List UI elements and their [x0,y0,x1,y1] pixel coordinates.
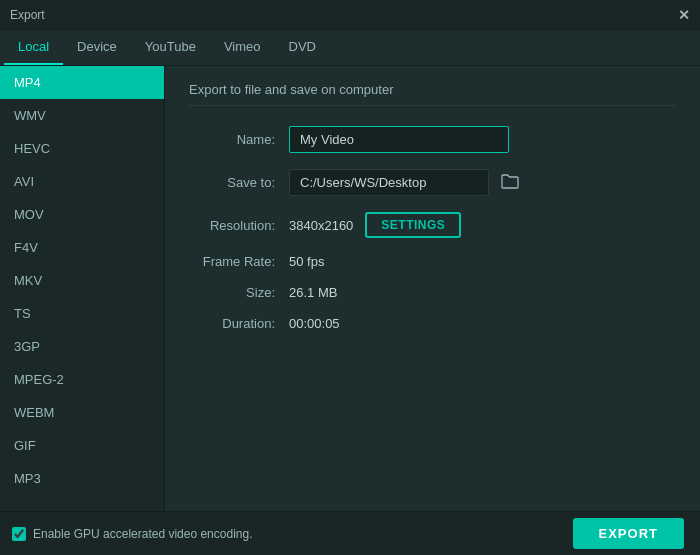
name-label: Name: [189,132,289,147]
name-input[interactable] [289,126,509,153]
tab-local[interactable]: Local [4,30,63,65]
sidebar-item-mov[interactable]: MOV [0,198,164,231]
tab-vimeo[interactable]: Vimeo [210,30,275,65]
sidebar-item-3gp[interactable]: 3GP [0,330,164,363]
saveto-controls [289,169,523,196]
name-row: Name: [189,126,676,153]
bottom-bar: Enable GPU accelerated video encoding. E… [0,511,700,555]
close-button[interactable]: ✕ [678,7,690,23]
resolution-row: Resolution: 3840x2160 SETTINGS [189,212,676,238]
section-title: Export to file and save on computer [189,82,676,106]
sidebar-item-mpeg2[interactable]: MPEG-2 [0,363,164,396]
folder-icon [501,173,519,189]
resolution-label: Resolution: [189,218,289,233]
tab-bar: Local Device YouTube Vimeo DVD [0,30,700,66]
saveto-label: Save to: [189,175,289,190]
window-title: Export [10,8,45,22]
duration-row: Duration: 00:00:05 [189,316,676,331]
tab-device[interactable]: Device [63,30,131,65]
sidebar-item-gif[interactable]: GIF [0,429,164,462]
tab-dvd[interactable]: DVD [275,30,330,65]
duration-label: Duration: [189,316,289,331]
gpu-text: Enable GPU accelerated video encoding. [33,527,252,541]
size-label: Size: [189,285,289,300]
size-value: 26.1 MB [289,285,337,300]
settings-button[interactable]: SETTINGS [365,212,461,238]
sidebar-item-webm[interactable]: WEBM [0,396,164,429]
export-button[interactable]: EXPORT [573,518,684,549]
sidebar-item-f4v[interactable]: F4V [0,231,164,264]
browse-folder-button[interactable] [497,171,523,195]
size-row: Size: 26.1 MB [189,285,676,300]
duration-value: 00:00:05 [289,316,340,331]
framerate-row: Frame Rate: 50 fps [189,254,676,269]
export-content: Export to file and save on computer Name… [165,66,700,511]
format-sidebar: MP4 WMV HEVC AVI MOV F4V MKV TS 3GP MPEG… [0,66,165,511]
main-area: MP4 WMV HEVC AVI MOV F4V MKV TS 3GP MPEG… [0,66,700,511]
sidebar-item-ts[interactable]: TS [0,297,164,330]
sidebar-item-wmv[interactable]: WMV [0,99,164,132]
sidebar-item-avi[interactable]: AVI [0,165,164,198]
sidebar-item-mp4[interactable]: MP4 [0,66,164,99]
sidebar-item-mkv[interactable]: MKV [0,264,164,297]
tab-youtube[interactable]: YouTube [131,30,210,65]
saveto-row: Save to: [189,169,676,196]
framerate-value: 50 fps [289,254,324,269]
title-bar: Export ✕ [0,0,700,30]
sidebar-item-hevc[interactable]: HEVC [0,132,164,165]
gpu-checkbox[interactable] [12,527,26,541]
sidebar-item-mp3[interactable]: MP3 [0,462,164,495]
saveto-path-input[interactable] [289,169,489,196]
gpu-label[interactable]: Enable GPU accelerated video encoding. [12,527,252,541]
framerate-label: Frame Rate: [189,254,289,269]
resolution-value: 3840x2160 [289,218,353,233]
